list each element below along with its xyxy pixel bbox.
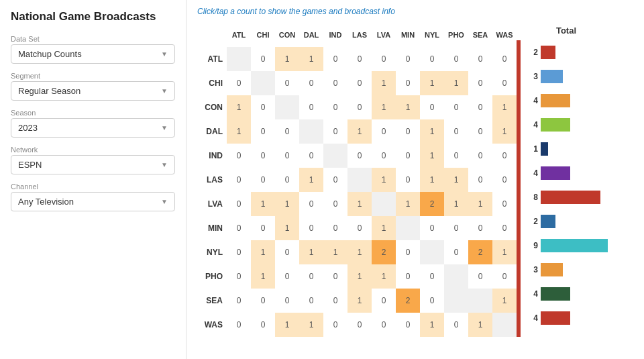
matrix-cell[interactable]: 0 — [347, 144, 372, 168]
matrix-cell[interactable]: 0 — [468, 216, 492, 240]
matrix-cell[interactable]: 1 — [347, 192, 372, 216]
matrix-cell[interactable]: 1 — [347, 264, 372, 289]
matrix-cell[interactable]: 1 — [251, 264, 275, 289]
matrix-cell[interactable]: 1 — [420, 168, 444, 192]
matrix-cell[interactable]: 1 — [275, 216, 299, 240]
matrix-cell[interactable]: 0 — [420, 264, 444, 289]
matrix-cell[interactable]: 1 — [347, 289, 372, 313]
matrix-cell[interactable]: 0 — [420, 47, 444, 71]
matrix-cell[interactable]: 0 — [323, 119, 347, 144]
matrix-cell[interactable]: 0 — [468, 264, 492, 289]
matrix-cell[interactable]: 1 — [372, 71, 396, 95]
matrix-cell[interactable]: 0 — [227, 264, 251, 289]
matrix-cell[interactable]: 0 — [227, 192, 251, 216]
matrix-cell[interactable]: 0 — [323, 47, 347, 71]
matrix-cell[interactable]: 0 — [347, 71, 372, 95]
matrix-cell[interactable]: 0 — [347, 95, 372, 119]
matrix-cell[interactable]: 0 — [323, 216, 347, 240]
matrix-cell[interactable]: 0 — [227, 168, 251, 192]
season-dropdown[interactable]: 2023 ▼ — [11, 118, 175, 138]
matrix-cell[interactable]: 0 — [299, 144, 323, 168]
matrix-cell[interactable]: 0 — [468, 168, 492, 192]
channel-dropdown[interactable]: Any Television ▼ — [11, 192, 175, 211]
matrix-cell[interactable]: 1 — [299, 168, 323, 192]
matrix-cell[interactable]: 1 — [420, 144, 444, 168]
matrix-cell[interactable]: 1 — [444, 168, 468, 192]
matrix-cell[interactable]: 1 — [420, 313, 444, 337]
matrix-cell[interactable]: 1 — [275, 192, 299, 216]
matrix-cell[interactable]: 0 — [323, 71, 347, 95]
matrix-cell[interactable]: 0 — [275, 71, 299, 95]
matrix-cell[interactable]: 0 — [347, 47, 372, 71]
matrix-cell[interactable]: 0 — [444, 95, 468, 119]
matrix-cell[interactable]: 1 — [323, 240, 347, 264]
matrix-cell[interactable]: 1 — [251, 192, 275, 216]
matrix-cell[interactable]: 1 — [227, 119, 251, 144]
matrix-cell[interactable]: 0 — [396, 168, 420, 192]
matrix-cell[interactable]: 0 — [227, 71, 251, 95]
matrix-cell[interactable]: 0 — [492, 192, 517, 216]
matrix-cell[interactable]: 0 — [251, 95, 275, 119]
matrix-cell[interactable]: 1 — [251, 240, 275, 264]
matrix-cell[interactable]: 1 — [468, 192, 492, 216]
matrix-cell[interactable]: 0 — [372, 119, 396, 144]
matrix-cell[interactable]: 0 — [323, 289, 347, 313]
matrix-cell[interactable]: 1 — [492, 119, 517, 144]
matrix-cell[interactable]: 1 — [420, 119, 444, 144]
matrix-cell[interactable]: 0 — [372, 313, 396, 337]
matrix-cell[interactable]: 0 — [420, 289, 444, 313]
matrix-cell[interactable]: 0 — [323, 264, 347, 289]
matrix-cell[interactable]: 1 — [492, 289, 517, 313]
matrix-cell[interactable]: 1 — [444, 192, 468, 216]
segment-dropdown[interactable]: Regular Season ▼ — [11, 81, 175, 101]
matrix-cell[interactable]: 1 — [492, 95, 517, 119]
matrix-cell[interactable]: 1 — [275, 313, 299, 337]
matrix-cell[interactable]: 2 — [420, 192, 444, 216]
matrix-cell[interactable]: 1 — [372, 264, 396, 289]
matrix-cell[interactable]: 0 — [251, 313, 275, 337]
matrix-cell[interactable]: 1 — [372, 216, 396, 240]
matrix-cell[interactable]: 1 — [372, 168, 396, 192]
matrix-cell[interactable]: 1 — [275, 47, 299, 71]
matrix-cell[interactable]: 0 — [492, 71, 517, 95]
matrix-cell[interactable]: 2 — [372, 240, 396, 264]
matrix-cell[interactable]: 1 — [299, 47, 323, 71]
matrix-cell[interactable]: 0 — [251, 47, 275, 71]
matrix-cell[interactable]: 0 — [372, 47, 396, 71]
matrix-cell[interactable]: 0 — [323, 313, 347, 337]
matrix-cell[interactable]: 0 — [444, 47, 468, 71]
network-dropdown[interactable]: ESPN ▼ — [11, 155, 175, 174]
matrix-cell[interactable]: 0 — [323, 95, 347, 119]
matrix-cell[interactable]: 1 — [347, 240, 372, 264]
matrix-cell[interactable]: 0 — [396, 144, 420, 168]
matrix-cell[interactable]: 0 — [251, 119, 275, 144]
matrix-cell[interactable]: 0 — [251, 144, 275, 168]
matrix-cell[interactable]: 0 — [275, 119, 299, 144]
matrix-cell[interactable]: 0 — [396, 119, 420, 144]
matrix-cell[interactable]: 0 — [396, 313, 420, 337]
matrix-cell[interactable]: 1 — [444, 71, 468, 95]
matrix-cell[interactable]: 1 — [396, 192, 420, 216]
matrix-cell[interactable]: 0 — [396, 264, 420, 289]
matrix-cell[interactable]: 0 — [372, 144, 396, 168]
matrix-cell[interactable]: 0 — [444, 240, 468, 264]
matrix-cell[interactable]: 1 — [347, 119, 372, 144]
matrix-cell[interactable]: 0 — [492, 168, 517, 192]
matrix-cell[interactable]: 0 — [299, 264, 323, 289]
matrix-cell[interactable]: 0 — [492, 144, 517, 168]
matrix-cell[interactable]: 0 — [299, 71, 323, 95]
matrix-cell[interactable]: 0 — [227, 289, 251, 313]
matrix-cell[interactable]: 1 — [372, 95, 396, 119]
matrix-cell[interactable]: 0 — [420, 95, 444, 119]
matrix-cell[interactable]: 0 — [275, 289, 299, 313]
matrix-cell[interactable]: 0 — [492, 264, 517, 289]
matrix-cell[interactable]: 0 — [444, 119, 468, 144]
matrix-cell[interactable]: 1 — [468, 313, 492, 337]
matrix-cell[interactable]: 1 — [420, 71, 444, 95]
matrix-cell[interactable]: 1 — [492, 240, 517, 264]
matrix-cell[interactable]: 2 — [468, 240, 492, 264]
matrix-cell[interactable]: 0 — [468, 95, 492, 119]
matrix-cell[interactable]: 0 — [492, 216, 517, 240]
matrix-cell[interactable]: 0 — [396, 240, 420, 264]
dataset-dropdown[interactable]: Matchup Counts ▼ — [11, 44, 175, 64]
